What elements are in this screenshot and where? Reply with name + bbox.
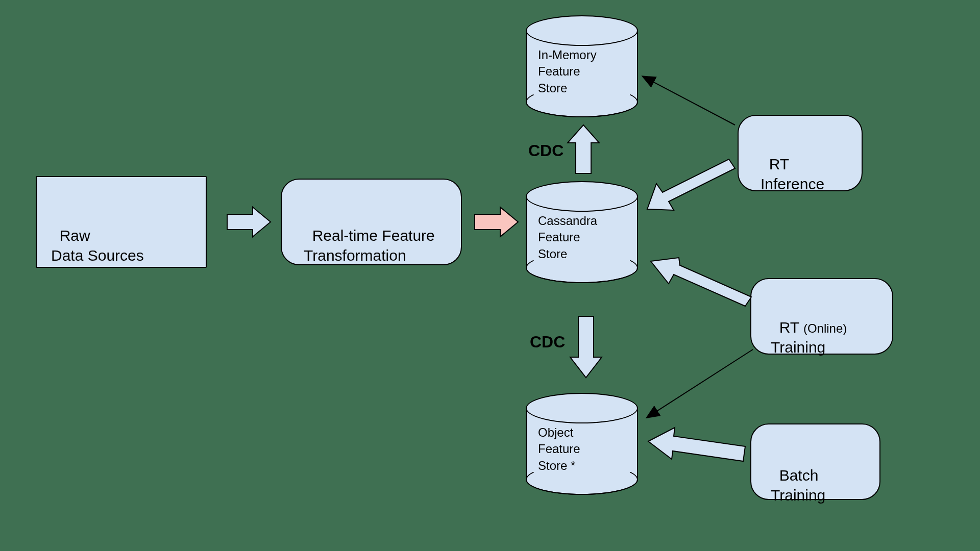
node-rtonl-label: RT (Online)Training: [771, 298, 847, 357]
cylinder-cassandra-store: Cassandra Feature Store: [526, 181, 638, 283]
node-rtinf-label: RTInference: [761, 135, 824, 194]
arrow-cdc-down: [570, 316, 602, 378]
arrow-rtonline-to-object: [647, 349, 753, 417]
cylinder-in-memory-store: In-Memory Feature Store: [526, 15, 638, 117]
arrow-cdc-up: [568, 125, 599, 173]
arrow-rtonline-to-cassandra: [651, 258, 751, 306]
label-cdc-upper: CDC: [528, 140, 564, 161]
arrow-rtinf-to-inmem: [643, 77, 735, 125]
node-batch-label: BatchTraining: [771, 446, 825, 505]
arrow-rtinf-to-cassandra: [647, 159, 735, 210]
arrow-raw-to-rtft: [227, 207, 271, 237]
arrow-rtft-to-cassandra: [475, 207, 518, 237]
node-rtft-label: Real-time FeatureTransformation: [304, 207, 435, 265]
arrow-batch-to-object: [648, 428, 745, 461]
node-raw-label: RawData Sources: [51, 207, 144, 265]
cylinder-object-store: Object Feature Store *: [526, 393, 638, 495]
label-cdc-lower: CDC: [530, 332, 565, 353]
